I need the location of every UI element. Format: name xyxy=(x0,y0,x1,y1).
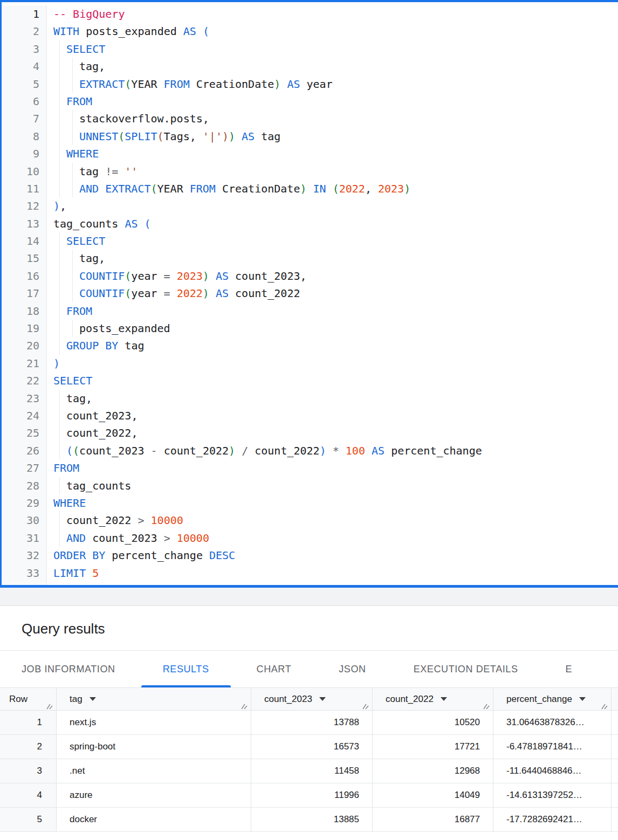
code-line[interactable]: 4tag, xyxy=(2,58,618,75)
table-cell: -6.47818971841… xyxy=(493,735,612,759)
code-line[interactable]: 11AND EXTRACT(YEAR FROM CreationDate) IN… xyxy=(2,180,618,197)
code-line[interactable]: 28tag_counts xyxy=(2,477,618,494)
column-menu-arrow-icon[interactable] xyxy=(579,697,586,701)
column-menu-arrow-icon[interactable] xyxy=(319,697,326,701)
code-token: > xyxy=(164,532,170,545)
code-token: = xyxy=(164,270,170,283)
column-resize-icon[interactable] xyxy=(46,703,53,710)
code-token xyxy=(339,444,346,457)
table-row: 2spring-boot1657317721-6.47818971841… xyxy=(0,735,618,759)
row-number-cell: 1 xyxy=(0,711,57,734)
tab-results[interactable]: RESULTS xyxy=(141,651,231,687)
code-line[interactable]: 3SELECT xyxy=(2,40,618,58)
indent-guide xyxy=(66,250,79,267)
code-line[interactable]: 17COUNTIF(year = 2022) AS count_2022 xyxy=(2,285,618,302)
code-line[interactable]: 25count_2022, xyxy=(2,424,618,442)
code-line[interactable]: 16COUNTIF(year = 2023) AS count_2023, xyxy=(2,267,618,285)
code-line[interactable]: 5EXTRACT(YEAR FROM CreationDate) AS year xyxy=(2,75,618,93)
code-token: tag_counts xyxy=(66,479,131,492)
indent-guide xyxy=(53,232,66,250)
code-line[interactable]: 19posts_expanded xyxy=(2,320,618,337)
indent-guide xyxy=(53,529,66,547)
code-token xyxy=(99,182,105,195)
results-tabbar: JOB INFORMATIONRESULTSCHARTJSONEXECUTION… xyxy=(0,650,618,687)
code-token xyxy=(170,287,177,300)
tab-job-information[interactable]: JOB INFORMATION xyxy=(0,651,137,687)
tab-execution-details[interactable]: EXECUTION DETAILS xyxy=(392,651,540,687)
column-resize-icon[interactable] xyxy=(601,703,608,710)
code-line[interactable]: 26((count_2023 - count_2022) / count_202… xyxy=(2,442,618,459)
column-menu-arrow-icon[interactable] xyxy=(441,697,447,701)
tab-chart[interactable]: CHART xyxy=(235,651,313,687)
line-number: 4 xyxy=(2,58,47,75)
query-results-header: Query results xyxy=(0,606,618,650)
code-line-content: tag_counts AS ( xyxy=(47,215,618,232)
column-resize-icon[interactable] xyxy=(362,703,369,710)
code-line[interactable]: 22SELECT xyxy=(2,372,618,389)
code-line[interactable]: 29WHERE xyxy=(2,494,618,512)
column-resize-icon[interactable] xyxy=(241,703,248,710)
line-number: 7 xyxy=(2,110,47,127)
code-token xyxy=(209,287,216,300)
table-cell: docker xyxy=(57,808,251,831)
code-line[interactable]: 2WITH posts_expanded AS ( xyxy=(2,23,618,40)
code-token: COUNTIF xyxy=(79,270,125,283)
code-line-content: COUNTIF(year = 2023) AS count_2023, xyxy=(47,267,618,285)
indent-guide xyxy=(53,512,66,529)
code-token: ( xyxy=(125,287,131,300)
code-line[interactable]: 31AND count_2023 > 10000 xyxy=(2,529,618,547)
code-line-content: SELECT xyxy=(47,232,618,250)
code-line[interactable]: 27FROM xyxy=(2,459,618,477)
code-line[interactable]: 24count_2023, xyxy=(2,407,618,424)
code-token: tag xyxy=(255,130,280,143)
code-line-content: UNNEST(SPLIT(Tags, '|')) AS tag xyxy=(47,128,618,145)
code-token: WITH xyxy=(53,25,79,38)
code-line[interactable]: 20GROUP BY tag xyxy=(2,337,618,354)
code-line[interactable]: 13tag_counts AS ( xyxy=(2,215,618,232)
code-line[interactable]: 18FROM xyxy=(2,302,618,320)
code-token xyxy=(118,165,125,178)
code-token: != xyxy=(105,165,118,178)
code-token: SPLIT xyxy=(125,130,157,143)
code-line[interactable]: 21) xyxy=(2,355,618,372)
code-token: count_2023 xyxy=(86,532,164,545)
code-line[interactable]: 33LIMIT 5 xyxy=(2,564,618,582)
line-number: 25 xyxy=(2,424,47,442)
code-token xyxy=(326,444,333,457)
code-token: ( xyxy=(66,444,73,457)
code-line-content: ), xyxy=(47,197,618,215)
code-line[interactable]: 30count_2022 > 10000 xyxy=(2,512,618,529)
column-menu-arrow-icon[interactable] xyxy=(90,697,96,701)
table-cell: next.js xyxy=(57,711,251,734)
code-line[interactable]: 23tag, xyxy=(2,390,618,407)
table-cell-sliver xyxy=(612,808,618,831)
code-token: SELECT xyxy=(53,374,92,387)
code-line[interactable]: 32ORDER BY percent_change DESC xyxy=(2,547,618,564)
code-line[interactable]: 15tag, xyxy=(2,250,618,267)
indent-guide xyxy=(53,390,66,407)
code-line[interactable]: 7stackoverflow.posts, xyxy=(2,110,618,127)
sql-editor[interactable]: 1-- BigQuery2WITH posts_expanded AS (3SE… xyxy=(0,0,618,588)
code-line-content: FROM xyxy=(47,302,618,320)
line-number: 28 xyxy=(2,477,47,494)
line-number: 27 xyxy=(2,459,47,477)
column-header-tag: tag xyxy=(57,688,251,710)
code-line[interactable]: 14SELECT xyxy=(2,232,618,250)
code-line[interactable]: 6FROM xyxy=(2,93,618,110)
code-token xyxy=(196,25,203,38)
tab-json[interactable]: JSON xyxy=(317,651,387,687)
column-resize-icon[interactable] xyxy=(483,703,490,710)
table-cell: -14.6131397252… xyxy=(493,783,612,807)
line-number: 20 xyxy=(2,337,47,354)
code-token: count_2023, xyxy=(66,409,138,422)
code-line[interactable]: 8UNNEST(SPLIT(Tags, '|')) AS tag xyxy=(2,128,618,145)
code-line[interactable]: 9WHERE xyxy=(2,145,618,162)
line-number: 8 xyxy=(2,128,47,145)
row-number-cell: 2 xyxy=(0,735,57,759)
code-line[interactable]: 12), xyxy=(2,197,618,215)
row-number-cell: 3 xyxy=(0,759,57,783)
code-line[interactable]: 10tag != '' xyxy=(2,163,618,180)
tab-e[interactable]: E xyxy=(544,651,594,687)
code-line[interactable]: 1-- BigQuery xyxy=(2,5,618,23)
code-token xyxy=(235,444,242,457)
